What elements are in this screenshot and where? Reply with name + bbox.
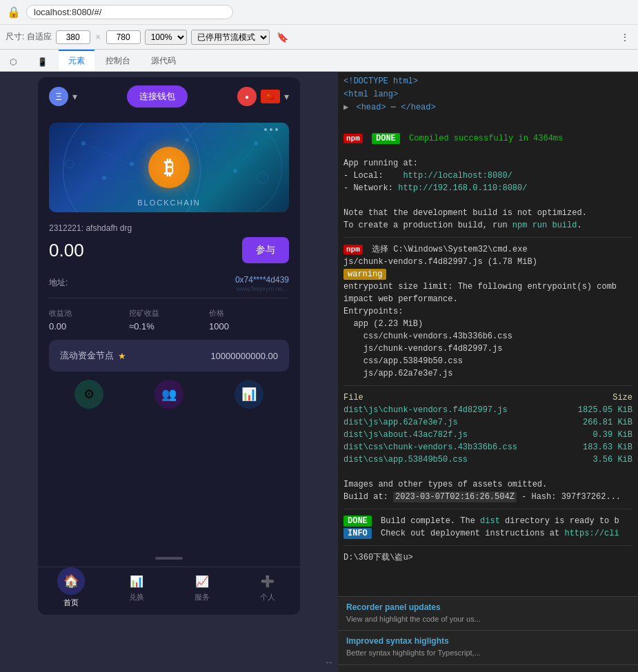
terminal-css-vendors: css/chunk-vendors.43b336b6.css bbox=[343, 330, 632, 343]
svg-point-14 bbox=[257, 172, 268, 183]
terminal-file-3: dist\js\about.43ac782f.js 0.39 KiB bbox=[343, 429, 632, 441]
notification-recorder[interactable]: Recorder panel updates View and highligh… bbox=[338, 597, 638, 631]
stat-price: 价格 1000 bbox=[209, 308, 289, 332]
dimension-separator: × bbox=[96, 32, 101, 42]
terminal-js-app: js/app.62a7e3e7.js bbox=[343, 367, 632, 380]
action-btn-1[interactable]: ⚙ bbox=[74, 380, 103, 409]
terminal-warning-line: warning bbox=[343, 268, 632, 281]
svg-point-13 bbox=[66, 160, 74, 168]
home-icon: 🏠 bbox=[57, 567, 85, 595]
device-icon: 📱 bbox=[37, 57, 48, 67]
nav-item-service[interactable]: 📈 服务 bbox=[169, 573, 235, 608]
notification-dot: ● bbox=[237, 87, 257, 106]
bottom-nav: 🏠 首页 📊 兑换 📈 服务 ➕ 个人 bbox=[38, 567, 300, 615]
terminal-warning-text: entrypoint size limit: The following ent… bbox=[343, 281, 632, 293]
terminal-npm-line: npm DONE Compiled successfully in 4364ms bbox=[343, 132, 632, 145]
header-left: Ξ ▾ bbox=[49, 87, 77, 106]
warning-badge: warning bbox=[343, 269, 386, 280]
wallet-id: 2312221: afshdafh drg bbox=[49, 223, 289, 233]
node-label: 流动资金节点 ★ bbox=[60, 349, 126, 362]
tab-source[interactable]: 源代码 bbox=[141, 50, 186, 71]
inspect-icon: ⬡ bbox=[10, 57, 17, 67]
node-value: 10000000000.00 bbox=[210, 351, 278, 361]
mobile-preview: Ξ ▾ 连接钱包 ● 🇨🇳 ▾ bbox=[0, 72, 338, 672]
node-card: 流动资金节点 ★ 10000000000.00 bbox=[49, 340, 289, 371]
stats-table: 收益池 0.00 挖矿收益 ≈0.1% 价格 1000 bbox=[49, 308, 289, 332]
terminal-local-url: - Local: http://localhost:8080/ bbox=[343, 170, 632, 182]
bookmark-icon[interactable]: 🔖 bbox=[274, 30, 291, 44]
terminal-note: Note that the development build is not o… bbox=[343, 207, 632, 219]
svg-line-12 bbox=[235, 143, 256, 171]
action-icon-3: 📊 bbox=[241, 387, 257, 402]
banner-image: ₿ BLOCKCHAIN bbox=[49, 123, 289, 212]
terminal-images-omitted: Images and other types of assets omitted… bbox=[343, 478, 632, 491]
address-value: 0x74****4d439 bbox=[235, 275, 289, 285]
tab-console[interactable]: 控制台 bbox=[96, 50, 140, 71]
terminal-cmd-header: npm 选择 C:\Windows\System32\cmd.exe bbox=[343, 243, 632, 256]
more-options-icon[interactable]: ⋮ bbox=[617, 30, 632, 44]
action-icon-1: ⚙ bbox=[83, 387, 94, 402]
watermark: www.hwyxym.ne... bbox=[235, 285, 289, 292]
terminal-network-url: - Network: http://192.168.0.110:8080/ bbox=[343, 182, 632, 194]
bottom-panel: Recorder panel updates View and highligh… bbox=[338, 596, 638, 672]
terminal-entrypoints: Entrypoints: bbox=[343, 305, 632, 318]
header-right: ● 🇨🇳 ▾ bbox=[237, 87, 289, 106]
banner-dot-2 bbox=[270, 128, 272, 131]
terminal-empty-2 bbox=[343, 194, 632, 207]
tab-device[interactable]: 📱 bbox=[28, 52, 57, 71]
quick-actions: ⚙ 👥 📊 bbox=[49, 380, 289, 409]
stat-price-value: 1000 bbox=[209, 321, 289, 332]
resize-handle-icon[interactable]: ↔ bbox=[324, 657, 334, 668]
notification-syntax[interactable]: Improved syntax higlights Better syntax … bbox=[338, 631, 638, 664]
nav-label-exchange: 兑换 bbox=[129, 592, 144, 602]
elem-head: ▶ <head> ⋯ </head> bbox=[343, 101, 632, 114]
nav-item-exchange[interactable]: 📊 兑换 bbox=[103, 573, 169, 608]
terminal-build-at: Build at: 2023-03-07T02:16:26.504Z - Has… bbox=[343, 491, 632, 503]
stat-pool-value: 0.00 bbox=[49, 321, 129, 332]
stat-mining-value: ≈0.1% bbox=[129, 321, 209, 332]
syntax-title: Improved syntax higlights bbox=[346, 636, 630, 646]
throttle-select[interactable]: 已停用节流模式 bbox=[191, 30, 270, 45]
lock-icon: 🔒 bbox=[7, 6, 21, 19]
terminal-file-section: File Size dist\js\chunk-vendors.f4d82997… bbox=[343, 391, 632, 509]
width-input[interactable] bbox=[56, 30, 90, 44]
language-dropdown-icon[interactable]: ▾ bbox=[284, 91, 289, 102]
recorder-title: Recorder panel updates bbox=[346, 602, 630, 612]
terminal-file-5: dist\css\app.53849b50.css 3.56 KiB bbox=[343, 454, 632, 466]
nav-label-service: 服务 bbox=[195, 592, 210, 602]
star-icon: ★ bbox=[118, 351, 126, 361]
action-btn-3[interactable]: 📊 bbox=[235, 380, 263, 409]
banner-text: BLOCKCHAIN bbox=[137, 198, 201, 207]
connect-wallet-button[interactable]: 连接钱包 bbox=[127, 85, 188, 108]
bitcoin-logo: ₿ bbox=[148, 147, 190, 188]
height-input[interactable] bbox=[106, 30, 141, 44]
terminal-done-line: DONE Build complete. The dist directory … bbox=[343, 515, 632, 527]
action-btn-2[interactable]: 👥 bbox=[154, 380, 183, 409]
info-badge: INFO bbox=[343, 528, 372, 539]
zoom-select[interactable]: 100% bbox=[145, 30, 187, 45]
nav-label-profile: 个人 bbox=[260, 592, 275, 602]
address-label: 地址: bbox=[49, 277, 68, 289]
terminal-npm-section: npm DONE Compiled successfully in 4364ms… bbox=[343, 132, 632, 238]
url-bar[interactable]: localhost:8080/#/ bbox=[26, 5, 233, 19]
nav-item-home[interactable]: 🏠 首页 bbox=[38, 573, 103, 608]
devtools-tabs: ⬡ 📱 元素 控制台 源代码 bbox=[0, 50, 638, 72]
done-badge: DONE bbox=[372, 133, 400, 144]
join-button[interactable]: 参与 bbox=[242, 237, 289, 263]
eth-dropdown-icon[interactable]: ▾ bbox=[72, 91, 77, 102]
language-flag: 🇨🇳 bbox=[261, 90, 280, 103]
terminal-file-2: dist\js\app.62a7e3e7.js 266.81 KiB bbox=[343, 416, 632, 429]
nav-item-profile[interactable]: ➕ 个人 bbox=[235, 573, 300, 608]
devtools-panel: <!DOCTYPE html> <html lang> ▶ <head> ⋯ <… bbox=[338, 72, 638, 672]
exchange-icon: 📊 bbox=[128, 573, 145, 589]
terminal-chunk-line: js/chunk-vendors.f4d82997.js (1.78 MiB) bbox=[343, 256, 632, 268]
tab-elements-inspector[interactable]: ⬡ bbox=[0, 52, 26, 71]
terminal-file-header: File Size bbox=[343, 391, 632, 404]
tab-elements[interactable]: 元素 bbox=[59, 50, 94, 71]
stat-pool: 收益池 0.00 bbox=[49, 308, 129, 332]
terminal: npm DONE Compiled successfully in 4364ms… bbox=[338, 127, 638, 596]
scroll-indicator bbox=[155, 557, 183, 560]
service-icon: 📈 bbox=[194, 573, 210, 589]
compiled-message: Compiled successfully in 4364ms bbox=[409, 134, 563, 143]
banner-dot-1 bbox=[264, 128, 267, 131]
